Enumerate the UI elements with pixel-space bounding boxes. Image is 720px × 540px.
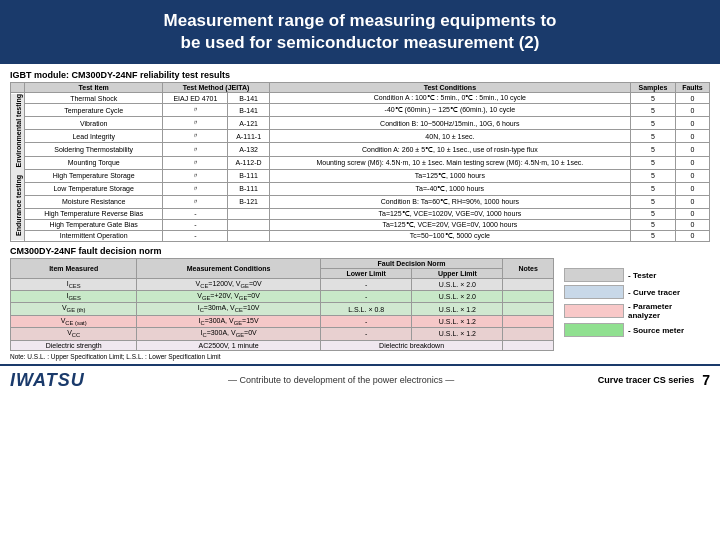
table-row: Moisture Resistance 〃 B-121 Condition B:… — [11, 195, 710, 208]
table-row: Low Temperature Storage 〃 B-111 Ta=-40℃,… — [11, 182, 710, 195]
table-row: Mounting Torque 〃 A-112-D Mounting screw… — [11, 156, 710, 169]
table2-title: CM300DY-24NF fault decision norm — [10, 246, 554, 256]
curve-color-swatch — [564, 285, 624, 299]
table-row: VGE (th) IC=30mA, VCE=10V L.S.L. × 0.8 U… — [11, 303, 554, 315]
legend-tester: - Tester — [564, 268, 706, 282]
param-color-swatch — [564, 304, 624, 318]
table-row: High Temperature Reverse Bias - Ta=125℃,… — [11, 208, 710, 219]
footer: IWATSU — Contribute to development of th… — [0, 364, 720, 395]
table-row: Lead Integrity 〃 A-111-1 40N, 10 ± 1sec.… — [11, 130, 710, 143]
table-row: Environmental testing Thermal Shock EIAJ… — [11, 93, 710, 104]
footer-tagline: — Contribute to development of the power… — [228, 375, 454, 385]
param-label: - Parameter analyzer — [628, 302, 706, 320]
col-item: Item Measured — [11, 258, 137, 278]
col-fault-norm: Fault Decision Norm — [320, 258, 503, 268]
header: Measurement range of measuring equipment… — [0, 0, 720, 64]
table-row: VCE (sat) IC=300A, VGE=15V - U.S.L. × 1.… — [11, 315, 554, 327]
table-row: ICES VCE=1200V, VGE=0V - U.S.L. × 2.0 — [11, 278, 554, 290]
table-row: VCC IC=300A, VGE=0V - U.S.L. × 1.2 — [11, 328, 554, 340]
fault-table: Item Measured Measurement Conditions Fau… — [10, 258, 554, 351]
table-row: Temperature Cycle 〃 B-141 -40℃ (60min.) … — [11, 104, 710, 117]
header-line2: be used for semiconductor measurement (2… — [20, 32, 700, 54]
table-row: Vibration 〃 A-121 Condition B: 10~500Hz/… — [11, 117, 710, 130]
legend-param: - Parameter analyzer — [564, 302, 706, 320]
source-color-swatch — [564, 323, 624, 337]
col-meas-cond: Measurement Conditions — [137, 258, 320, 278]
table-row: Endurance testing High Temperature Stora… — [11, 169, 710, 182]
brand-logo: IWATSU — [10, 370, 85, 391]
legend-curve: - Curve tracer — [564, 285, 706, 299]
col-samples: Samples — [630, 83, 675, 93]
table-row: High Temperature Gate Bias - Ta=125℃, VC… — [11, 219, 710, 230]
source-label: - Source meter — [628, 326, 684, 335]
table1-title: IGBT module: CM300DY-24NF reliability te… — [10, 70, 710, 80]
footer-page: 7 — [702, 372, 710, 388]
table-row: Dielectric strength AC2500V, 1 minute Di… — [11, 340, 554, 350]
group-endurance: Endurance testing — [11, 169, 25, 241]
legend: - Tester - Curve tracer - Parameter anal… — [560, 246, 710, 360]
col-upper: Upper Limit — [412, 268, 503, 278]
table-row: Soldering Thermostability 〃 A-132 Condit… — [11, 143, 710, 156]
reliability-table: Test Item Test Method (JEITA) Test Condi… — [10, 82, 710, 242]
fault-note: Note: U.S.L. : Upper Specification Limit… — [10, 353, 554, 360]
table-row: Intermittent Operation - Tc=50~100℃, 500… — [11, 230, 710, 241]
col-notes: Notes — [503, 258, 554, 278]
col-lower: Lower Limit — [320, 268, 412, 278]
tester-color-swatch — [564, 268, 624, 282]
tester-label: - Tester — [628, 271, 656, 280]
legend-source: - Source meter — [564, 323, 706, 337]
col-test-item: Test Item — [25, 83, 163, 93]
table-row: IGES VGE=+20V, VGE=0V - U.S.L. × 2.0 — [11, 291, 554, 303]
curve-label: - Curve tracer — [628, 288, 680, 297]
col-test-method: Test Method (JEITA) — [163, 83, 269, 93]
group-env: Environmental testing — [11, 93, 25, 170]
col-faults: Faults — [675, 83, 709, 93]
col-conditions: Test Conditions — [269, 83, 630, 93]
footer-series: Curve tracer CS series — [598, 375, 695, 385]
header-line1: Measurement range of measuring equipment… — [20, 10, 700, 32]
